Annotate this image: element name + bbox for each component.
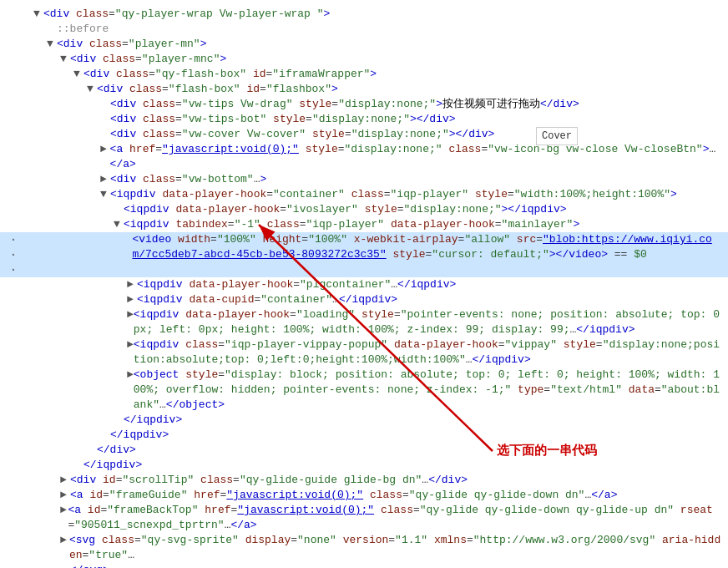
code-line-4: ▼<div class="player-mnc">	[0, 52, 728, 67]
expand-triangle[interactable]: ►	[100, 172, 110, 187]
code-line-23: </div>	[0, 443, 728, 458]
code-line-2: ::before	[0, 22, 728, 37]
code-line-8: <div class="vw-tips-bot" style="display:…	[0, 112, 728, 127]
code-line-21: </iqpdiv>	[0, 413, 728, 428]
code-line-14: ▼<iqpdiv tabindex="-1" class="iqp-player…	[0, 217, 728, 232]
code-line-28: ►<svg class="qy-svg-sprite" display="non…	[0, 533, 728, 563]
code-line-27: ►<a id="frameBackTop" href="javascript:v…	[0, 503, 728, 533]
code-line-13: <iqpdiv data-player-hook="ivoslayer" sty…	[0, 202, 728, 217]
code-line-7: <div class="vw-tips Vw-drag" style="disp…	[0, 97, 728, 112]
code-line-11: ►<div class="vw-bottom"…>	[0, 172, 728, 187]
code-line-1: ▼<div class="qy-player-wrap Vw-player-wr…	[0, 7, 728, 22]
expand-triangle[interactable]: ▼	[100, 187, 110, 202]
code-line-24: </iqpdiv>	[0, 458, 728, 473]
expand-triangle[interactable]: ▼	[33, 7, 43, 22]
code-line-10: ►<a href="javascript:void(0);" style="di…	[0, 142, 728, 172]
code-line-6: ▼<div class="flash-box" id="flashbox">	[0, 82, 728, 97]
expand-triangle[interactable]: ▼	[47, 37, 57, 52]
expand-triangle[interactable]: ►	[127, 368, 134, 383]
expand-triangle[interactable]: ►	[60, 488, 70, 503]
expand-triangle[interactable]: ►	[127, 307, 134, 322]
code-line-12: ▼<iqpdiv data-player-hook="container" cl…	[0, 187, 728, 202]
code-line-19: ►<iqpdiv class="iqp-player-vippay-popup"…	[0, 337, 728, 368]
code-line-9: Cover<div class="vw-cover Vw-cover" styl…	[0, 127, 728, 142]
expand-triangle[interactable]: ▼	[87, 82, 97, 97]
code-line-3: ▼<div class="player-mn">	[0, 37, 728, 52]
expand-triangle[interactable]: ▼	[60, 52, 70, 67]
cover-label: Cover	[536, 127, 578, 145]
code-line-26: ►<a id="frameGuide" href="javascript:voi…	[0, 488, 728, 503]
code-line-22: </iqpdiv>	[0, 428, 728, 443]
expand-triangle[interactable]: ►	[127, 277, 137, 292]
code-line-15: ···<video width="100%" height="100%" x-w…	[0, 232, 728, 277]
code-line-5: ▼<div class="qy-flash-box" id="iframaWra…	[0, 67, 728, 82]
code-line-16: ►<iqpdiv data-player-hook="plgcontainer"…	[0, 277, 728, 292]
code-container: ▼<div class="qy-player-wrap Vw-player-wr…	[0, 0, 728, 568]
expand-triangle[interactable]: ►	[127, 337, 134, 352]
code-line-17: ►<iqpdiv data-cupid="container"…</iqpdiv…	[0, 292, 728, 307]
expand-triangle[interactable]: ►	[100, 142, 110, 157]
expand-triangle[interactable]: ►	[127, 292, 137, 307]
code-line-25: ►<div id="scrollTip" class="qy-glide-gui…	[0, 473, 728, 488]
expand-triangle[interactable]: ►	[60, 533, 69, 548]
code-line-20: ►<object style="display: block; position…	[0, 368, 728, 413]
expand-triangle[interactable]: ►	[60, 503, 68, 518]
code-line-18: ►<iqpdiv data-player-hook="loading" styl…	[0, 307, 728, 337]
expand-triangle[interactable]: ▼	[73, 67, 83, 82]
code-line-29: </svg>	[0, 563, 728, 568]
expand-triangle[interactable]: ▼	[114, 217, 124, 232]
expand-triangle[interactable]: ►	[60, 473, 70, 488]
